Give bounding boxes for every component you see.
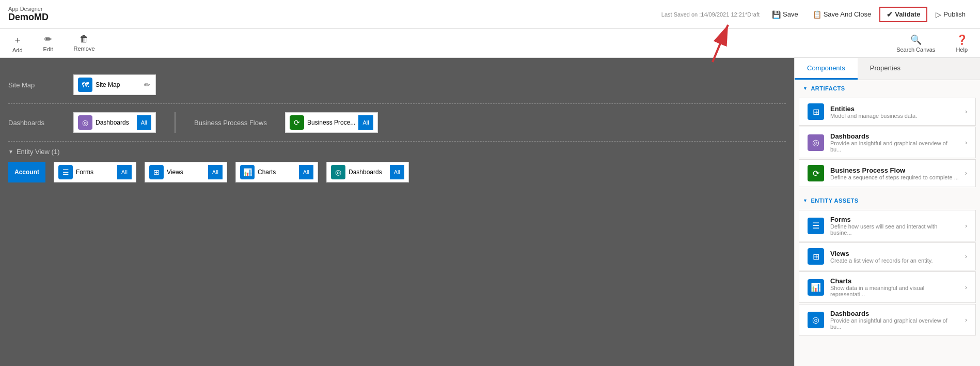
app-identity: App Designer DemoMD (8, 6, 49, 23)
panel-chevron-bpf: › (965, 170, 967, 177)
site-map-row: Site Map 🗺 Site Map ✏ (8, 66, 786, 104)
validate-icon: ✔ (887, 10, 893, 19)
panel-item-dashboards[interactable]: ◎ Dashboards Provide an insightful and g… (799, 127, 976, 158)
dashboards-label: Dashboards (8, 119, 65, 127)
save-button[interactable]: 💾 Save (766, 8, 804, 21)
save-close-icon: 📋 (813, 10, 821, 19)
views-icon: ⊞ (149, 165, 164, 179)
entity-view-header[interactable]: ▼ Entity View (1) (8, 148, 786, 156)
views-all-btn[interactable]: All (208, 165, 223, 179)
bpf-item-label: Business Proce... (307, 119, 355, 126)
help-icon: ❓ (956, 34, 968, 45)
views-item-label: Views (167, 169, 205, 176)
panel-chevron-ea-forms: › (965, 222, 967, 230)
panel-icon-entities: ⊞ (808, 103, 824, 120)
panel-icon-ea-forms: ☰ (808, 218, 824, 234)
help-button[interactable]: ❓ Help (952, 32, 972, 55)
bpf-all-btn[interactable]: All (358, 115, 373, 130)
panel-chevron-ea-dashboards2: › (965, 316, 967, 324)
main-layout: Site Map 🗺 Site Map ✏ Dashboards ◎ Dashb… (0, 58, 980, 366)
bpf-icon: ⟳ (290, 115, 304, 130)
dashboards-item[interactable]: ◎ Dashboards All (73, 112, 156, 133)
publish-button[interactable]: ▷ Publish (929, 8, 972, 21)
panel-item-ea-charts[interactable]: 📊 Charts Show data in a meaningful and v… (799, 271, 976, 303)
section-gap (795, 188, 980, 192)
panel-desc-entities: Model and manage business data. (830, 113, 959, 119)
top-bar: App Designer DemoMD Last Saved on :14/09… (0, 0, 980, 29)
charts-all-btn[interactable]: All (299, 165, 313, 179)
validate-button[interactable]: ✔ Validate (879, 7, 927, 22)
charts-item[interactable]: 📊 Charts All (235, 162, 318, 182)
right-panel: Components Properties ▼ ARTIFACTS ⊞ Enti… (794, 58, 980, 366)
panel-chevron-entities: › (965, 108, 967, 115)
entity-chevron-icon: ▼ (8, 149, 13, 155)
artifacts-chevron-icon: ▼ (803, 86, 808, 91)
panel-icon-bpf: ⟳ (808, 165, 824, 181)
charts-item-label: Charts (258, 169, 296, 176)
artifacts-label: ARTIFACTS (811, 85, 845, 91)
dashboards-all-btn[interactable]: All (137, 115, 151, 130)
views-item[interactable]: ⊞ Views All (145, 162, 227, 182)
panel-item-ea-dashboards2[interactable]: ◎ Dashboards Provide an insightful and g… (799, 304, 976, 335)
panel-text-dashboards: Dashboards Provide an insightful and gra… (830, 132, 959, 152)
entity-assets-chevron-icon: ▼ (803, 198, 808, 203)
add-action[interactable]: ＋ Add (8, 32, 27, 55)
dashboards-item-label: Dashboards (96, 119, 134, 126)
remove-action[interactable]: 🗑 Remove (70, 32, 99, 55)
panel-tabs: Components Properties (795, 58, 980, 80)
panel-title-ea-views: Views (830, 250, 959, 257)
panel-title-ea-dashboards2: Dashboards (830, 310, 959, 317)
dashboards-icon: ◎ (78, 115, 92, 130)
artifacts-list: ⊞ Entities Model and manage business dat… (795, 98, 980, 187)
panel-chevron-ea-charts: › (965, 284, 967, 291)
panel-icon-ea-charts: 📊 (808, 279, 824, 296)
site-map-item[interactable]: 🗺 Site Map ✏ (73, 74, 156, 95)
save-close-button[interactable]: 📋 Save And Close (807, 8, 878, 21)
app-designer-label: App Designer (8, 6, 49, 12)
site-map-icon: 🗺 (78, 78, 92, 92)
app-name: DemoMD (8, 12, 49, 23)
top-bar-actions: Last Saved on :14/09/2021 12:21*Draft 💾 … (661, 7, 972, 22)
panel-title-entities: Entities (830, 105, 959, 113)
panel-icon-ea-views: ⊞ (808, 248, 824, 265)
panel-item-entities[interactable]: ⊞ Entities Model and manage business dat… (799, 98, 976, 126)
tab-components[interactable]: Components (795, 58, 858, 80)
entity-dashboards-item[interactable]: ◎ Dashboards All (326, 162, 409, 182)
toolbar-right: 🔍 Search Canvas ❓ Help (892, 32, 972, 55)
account-button[interactable]: Account (8, 162, 45, 182)
site-map-edit-icon[interactable]: ✏ (143, 80, 151, 90)
site-map-label: Site Map (8, 81, 65, 89)
publish-icon: ▷ (936, 10, 941, 19)
tab-properties[interactable]: Properties (858, 58, 913, 80)
site-map-item-label: Site Map (96, 81, 140, 88)
entity-items-row: Account ☰ Forms All ⊞ Views All 📊 Charts… (8, 162, 786, 182)
toolbar-left: ＋ Add ✏ Edit 🗑 Remove (8, 32, 99, 55)
last-saved-label: Last Saved on :14/09/2021 12:21*Draft (661, 11, 760, 18)
entity-assets-list: ☰ Forms Define how users will see and in… (795, 210, 980, 335)
forms-icon: ☰ (58, 165, 73, 179)
remove-icon: 🗑 (80, 34, 89, 44)
entity-dashboards-icon: ◎ (331, 165, 345, 179)
add-icon: ＋ (13, 34, 22, 46)
panel-item-bpf[interactable]: ⟳ Business Process Flow Define a sequenc… (799, 159, 976, 187)
entity-assets-label: ENTITY ASSETS (811, 197, 858, 204)
row-divider (175, 112, 176, 133)
forms-item[interactable]: ☰ Forms All (54, 162, 136, 182)
entity-dashboards-item-label: Dashboards (349, 169, 387, 176)
entity-assets-section-header: ▼ ENTITY ASSETS (795, 192, 980, 209)
panel-chevron-dashboards: › (965, 139, 967, 146)
panel-desc-ea-dashboards2: Provide an insightful and graphical over… (830, 317, 959, 330)
panel-item-ea-views[interactable]: ⊞ Views Create a list view of records fo… (799, 242, 976, 270)
toolbar: ＋ Add ✏ Edit 🗑 Remove 🔍 Search Canvas ❓ … (0, 29, 980, 58)
panel-item-ea-forms[interactable]: ☰ Forms Define how users will see and in… (799, 210, 976, 241)
bpf-item[interactable]: ⟳ Business Proce... All (285, 112, 378, 133)
panel-desc-bpf: Define a sequence of steps required to c… (830, 174, 959, 180)
search-canvas-button[interactable]: 🔍 Search Canvas (892, 32, 939, 55)
entity-dashboards-all-btn[interactable]: All (390, 165, 404, 179)
edit-action[interactable]: ✏ Edit (39, 32, 57, 55)
panel-title-ea-forms: Forms (830, 216, 959, 223)
forms-all-btn[interactable]: All (117, 165, 132, 179)
search-icon: 🔍 (910, 34, 922, 45)
panel-desc-ea-forms: Define how users will see and interact w… (830, 223, 959, 236)
dashboards-bpf-row: Dashboards ◎ Dashboards All Business Pro… (8, 104, 786, 142)
